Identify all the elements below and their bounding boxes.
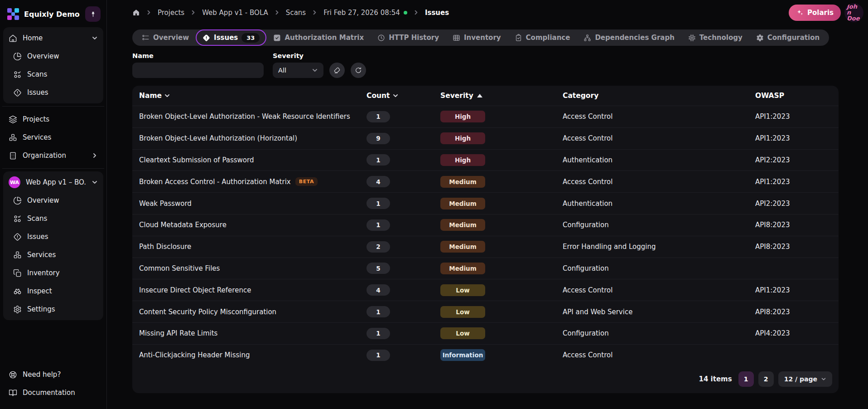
chevron-right-icon [413,10,419,15]
pin-sidebar-button[interactable] [85,6,101,22]
issue-category: Access Control [556,134,748,142]
issue-owasp: API2:2023 [748,156,839,164]
sidebar-item-project-settings[interactable]: Settings [3,300,103,318]
table-row[interactable]: Cleartext Submission of Password 1 High … [132,149,839,171]
severity-badge: Medium [440,198,485,209]
tab-dependencies-graph[interactable]: Dependencies Graph [577,30,681,45]
tab-http-history[interactable]: HTTP History [371,30,446,45]
sidebar-item-project-inventory[interactable]: Inventory [3,264,103,282]
breadcrumb-current: Issues [425,9,449,17]
table-row[interactable]: Missing API Rate Limits 1 Low Configurat… [132,322,839,344]
tab-configuration[interactable]: Configuration [749,30,826,45]
table-row[interactable]: Common Sensitive Files 5 Medium Configur… [132,258,839,279]
column-header-severity[interactable]: Severity [434,92,556,100]
table-row[interactable]: Insecure Direct Object Reference 4 Low A… [132,279,839,301]
sidebar-item-project-scans[interactable]: Scans [3,209,103,228]
page-1-button[interactable]: 1 [738,371,754,387]
polaris-button[interactable]: Polaris [789,5,841,21]
gear-icon [756,34,764,42]
issue-name: Broken Object-Level Authorization (Horiz… [132,134,360,142]
breadcrumb: Projects Web App v1 - BOLA Scans Fri Feb… [132,9,449,17]
name-filter-input[interactable] [132,63,264,78]
sidebar-item-label: Overview [27,196,98,204]
filters: Name Severity All [132,52,868,78]
user-avatar[interactable]: John Doe [844,3,863,22]
chevron-right-icon [146,10,152,15]
column-label: OWASP [755,92,784,100]
tab-label: Technology [699,34,743,42]
sparkles-icon [796,9,804,16]
sidebar-item-organization[interactable]: Organization [3,146,103,165]
tab-authorization-matrix[interactable]: Authorization Matrix [266,30,371,45]
clipboard-check-icon [515,34,522,42]
sidebar-item-need-help[interactable]: Need help? [3,365,103,384]
boxes-icon [13,251,22,259]
sidebar-item-project-issues[interactable]: Issues [3,228,103,246]
sidebar-item-documentation[interactable]: Documentation [3,384,103,402]
sidebar-item-label: Services [23,133,98,141]
sidebar-item-current-project[interactable]: WA Web App v1 – BO... [3,173,103,191]
breadcrumb-scan-date[interactable]: Fri Feb 27, 2026 08:54 [323,9,407,17]
home-breadcrumb-icon[interactable] [132,9,140,16]
tab-inventory[interactable]: Inventory [446,30,508,45]
page-2-button[interactable]: 2 [758,371,774,387]
breadcrumb-scans[interactable]: Scans [286,9,306,17]
severity-badge: Medium [440,219,485,231]
page-size-select[interactable]: 12 / page [778,371,832,387]
breadcrumb-projects[interactable]: Projects [158,9,184,17]
sort-ascending-icon [477,94,482,97]
scan-date-label: Fri Feb 27, 2026 08:54 [323,9,400,17]
sidebar-item-label: Issues [27,233,98,241]
issue-owasp: API8:2023 [748,221,839,229]
table-row[interactable]: Broken Object-Level Authorization (Horiz… [132,127,839,149]
severity-badge: High [440,132,485,144]
tab-issues[interactable]: Issues 33 [196,29,266,46]
sidebar-item-label: Services [27,251,98,259]
count-badge: 9 [366,133,390,144]
sidebar-item-home[interactable]: Home [3,29,103,47]
table-row[interactable]: Broken Access Control - Authorization Ma… [132,170,839,192]
sidebar-item-project-services[interactable]: Services [3,246,103,264]
clock-icon [377,34,385,42]
refresh-button[interactable] [351,63,366,78]
issue-category: Access Control [556,178,748,186]
name-filter-label: Name [132,52,264,59]
tab-overview[interactable]: Overview [135,30,196,45]
issue-owasp: API1:2023 [748,286,839,294]
severity-select[interactable]: All [273,63,323,78]
tab-technology[interactable]: Technology [681,30,749,45]
column-label: Category [563,92,598,100]
book-open-icon [9,389,17,397]
table-row[interactable]: Weak Password 1 Medium Authentication AP… [132,192,839,214]
sidebar-footer: Need help? Documentation [2,365,104,402]
issue-owasp: API8:2023 [748,308,839,316]
issue-category: Access Control [556,112,748,121]
sidebar-item-home-issues[interactable]: Issues [3,83,103,102]
table-row[interactable]: Cloud Metadata Exposure 1 Medium Configu… [132,214,839,236]
chevron-down-icon [821,376,826,382]
pagination: 14 items 1 2 12 / page [132,366,839,392]
issue-owasp: API4:2023 [748,329,839,337]
user-name: John Doe [847,4,861,21]
breadcrumb-project[interactable]: Web App v1 - BOLA [202,9,268,17]
main-content: Projects Web App v1 - BOLA Scans Fri Feb… [107,0,868,409]
table-row[interactable]: Broken Object-Level Authorization - Weak… [132,106,839,127]
sidebar-item-home-overview[interactable]: Overview [3,47,103,65]
sidebar-item-projects[interactable]: Projects [3,110,103,128]
severity-badge: Medium [440,176,485,188]
tab-compliance[interactable]: Compliance [508,30,577,45]
column-header-name[interactable]: Name [132,92,360,100]
chevron-right-icon [190,10,196,15]
severity-filter-controls: All [273,63,366,78]
sidebar-item-project-overview[interactable]: Overview [3,191,103,209]
table-row[interactable]: Path Disclosure 2 Medium Error Handling … [132,236,839,258]
column-header-count[interactable]: Count [360,92,434,100]
sidebar-item-services[interactable]: Services [3,128,103,146]
clear-filters-button[interactable] [329,63,345,78]
issue-name: Anti-Clickjacking Header Missing [132,351,360,359]
table-row[interactable]: Anti-Clickjacking Header Missing 1 Infor… [132,344,839,366]
sidebar-item-project-inspect[interactable]: Inspect [3,282,103,300]
chevron-right-icon [312,10,318,15]
sidebar-item-home-scans[interactable]: Scans [3,65,103,83]
table-row[interactable]: Content Security Policy Misconfiguration… [132,301,839,322]
